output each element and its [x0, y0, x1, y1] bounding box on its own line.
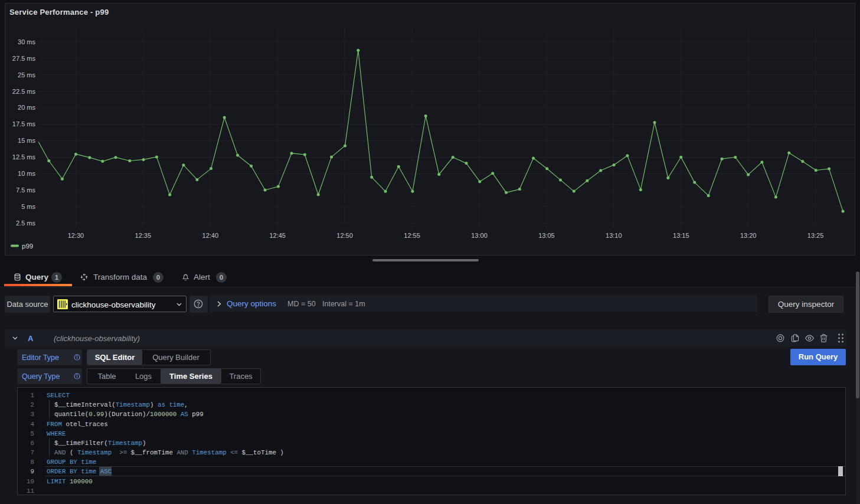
svg-text:12.5 ms: 12.5 ms — [12, 153, 36, 161]
svg-text:7.5 ms: 7.5 ms — [16, 186, 36, 194]
svg-text:13:10: 13:10 — [606, 232, 622, 239]
svg-text:10 ms: 10 ms — [18, 170, 35, 177]
svg-text:17.5 ms: 17.5 ms — [12, 120, 36, 127]
svg-text:15 ms: 15 ms — [18, 137, 35, 144]
svg-text:12:35: 12:35 — [135, 232, 152, 239]
svg-text:22.5 ms: 22.5 ms — [12, 88, 36, 95]
svg-text:13:25: 13:25 — [807, 232, 824, 239]
svg-text:12:40: 12:40 — [202, 232, 219, 239]
svg-text:p99: p99 — [22, 243, 33, 250]
svg-text:25 ms: 25 ms — [18, 71, 35, 78]
svg-text:12:30: 12:30 — [68, 232, 84, 239]
svg-text:12:55: 12:55 — [404, 232, 420, 239]
svg-text:13:20: 13:20 — [740, 232, 757, 239]
svg-text:2.5 ms: 2.5 ms — [16, 220, 36, 227]
svg-text:13:05: 13:05 — [538, 232, 555, 239]
svg-text:20 ms: 20 ms — [18, 104, 35, 111]
svg-text:30 ms: 30 ms — [18, 38, 35, 45]
svg-text:12:50: 12:50 — [336, 232, 353, 239]
svg-text:12:45: 12:45 — [269, 232, 286, 239]
svg-text:5 ms: 5 ms — [21, 203, 35, 210]
svg-text:13:15: 13:15 — [673, 232, 689, 239]
svg-text:27.5 ms: 27.5 ms — [12, 55, 36, 62]
svg-text:13:00: 13:00 — [471, 232, 488, 239]
